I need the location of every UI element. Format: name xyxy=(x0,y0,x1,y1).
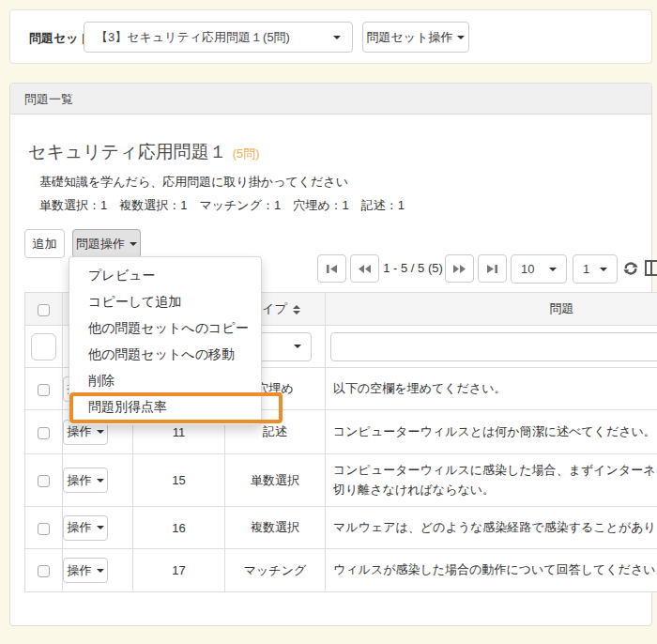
menu-item-delete[interactable]: 削除 xyxy=(69,367,261,393)
page-number-value: 1 xyxy=(583,262,589,276)
refresh-icon[interactable] xyxy=(622,260,639,280)
question-operations-button[interactable]: 問題操作 xyxy=(72,229,141,258)
page-number-select[interactable]: 1 xyxy=(573,254,618,284)
row-question: ウィルスが感染した場合の動作について回答してください。 xyxy=(326,549,657,592)
chevron-down-icon xyxy=(294,345,301,348)
question-set-operations-button[interactable]: 問題セット操作 xyxy=(362,22,469,53)
sort-icon xyxy=(293,305,300,314)
question-count-badge: (5問) xyxy=(233,146,260,161)
menu-item-copy-add[interactable]: コピーして追加 xyxy=(69,288,261,314)
question-set-select[interactable]: 【3】セキュリティ応用問題１(5問) xyxy=(84,22,353,53)
row-id: 16 xyxy=(133,507,225,549)
row-checkbox[interactable] xyxy=(38,523,50,535)
caret-down-icon xyxy=(130,242,137,246)
row-checkbox[interactable] xyxy=(38,565,50,577)
caret-down-icon xyxy=(457,36,465,39)
chevron-down-icon xyxy=(333,36,341,39)
title-text: セキュリティ応用問題１ xyxy=(28,142,227,161)
question-set-operations-label: 問題セット操作 xyxy=(367,29,453,46)
prev-page-icon xyxy=(358,264,372,274)
question-operations-label: 問題操作 xyxy=(76,236,125,253)
table-row: 操作 15 単数選択 コンピューターウィルスに感染した場合、まずインターネットに… xyxy=(25,454,657,507)
column-chooser-icon[interactable] xyxy=(645,260,657,279)
question-filter-input[interactable] xyxy=(330,332,657,361)
row-checkbox[interactable] xyxy=(38,384,50,396)
question-set-bar: 問題セット 【3】セキュリティ応用問題１(5問) 問題セット操作 xyxy=(9,9,652,64)
table-row: 操作 17 マッチング ウィルスが感染した場合の動作について回答してください。 xyxy=(25,549,657,592)
chevron-down-icon xyxy=(549,268,557,271)
question-set-select-value: 【3】セキュリティ応用問題１(5問) xyxy=(96,29,290,46)
row-type: マッチング xyxy=(225,549,326,592)
table-row: 操作 16 複数選択 マルウェアは、どのような感染経路で感染することがありますか… xyxy=(25,507,657,549)
caret-down-icon xyxy=(97,526,104,529)
page-title: セキュリティ応用問題１(5問) xyxy=(28,140,260,164)
page-size-select[interactable]: 10 xyxy=(511,254,567,284)
filter-question-cell xyxy=(326,326,657,368)
next-page-icon xyxy=(452,264,466,274)
row-action-button[interactable]: 操作 xyxy=(63,468,108,493)
row-type: 複数選択 xyxy=(225,507,326,549)
chevron-down-icon xyxy=(600,268,607,271)
question-column-header: 問題 xyxy=(326,293,657,326)
menu-item-score-rate[interactable]: 問題別得点率 xyxy=(69,393,261,420)
filter-checkbox-cell xyxy=(25,326,63,368)
row-action-button[interactable]: 操作 xyxy=(63,515,108,541)
row-question: コンピューターウィルスに感染した場合、まずインターネットに接 切り離さなければな… xyxy=(326,454,657,507)
row-type: 単数選択 xyxy=(225,454,326,507)
caret-down-icon xyxy=(97,479,104,483)
row-question: マルウェアは、どのような感染経路で感染することがありますか？ xyxy=(326,507,657,549)
last-page-button[interactable] xyxy=(478,254,507,283)
question-header-label: 問題 xyxy=(550,301,574,315)
select-all-cell xyxy=(25,293,63,326)
question-set-label: 問題セット xyxy=(29,30,91,47)
caret-down-icon xyxy=(97,569,104,573)
next-page-button[interactable] xyxy=(445,254,474,283)
pager-range-text: 1 - 5 / 5 (5) xyxy=(383,254,443,283)
row-id: 17 xyxy=(133,549,225,592)
filter-clear-box[interactable] xyxy=(31,333,56,360)
menu-item-copy-to-other-set[interactable]: 他の問題セットへのコピー xyxy=(69,314,261,341)
row-checkbox[interactable] xyxy=(38,475,50,487)
last-page-icon xyxy=(486,264,498,274)
first-page-icon xyxy=(326,264,338,274)
type-counts: 単数選択：1 複数選択：1 マッチング：1 穴埋め：1 記述：1 xyxy=(39,197,405,214)
row-checkbox[interactable] xyxy=(38,427,50,439)
select-all-checkbox[interactable] xyxy=(38,304,50,316)
subtitle: 基礎知識を学んだら、応用問題に取り掛かってください xyxy=(39,174,348,191)
menu-item-preview[interactable]: プレビュー xyxy=(69,262,261,288)
row-question: 以下の空欄を埋めてください。 xyxy=(326,368,657,410)
panel-heading: 問題一覧 xyxy=(10,84,651,115)
first-page-button[interactable] xyxy=(317,254,346,283)
row-id: 15 xyxy=(133,454,225,507)
add-button[interactable]: 追加 xyxy=(24,229,65,258)
page-size-value: 10 xyxy=(521,262,534,276)
row-action-button[interactable]: 操作 xyxy=(63,558,108,583)
caret-down-icon xyxy=(97,430,104,434)
prev-page-button[interactable] xyxy=(350,254,379,283)
row-question: コンピューターウィルスとは何か簡潔に述べてください。 xyxy=(326,410,657,454)
question-list-panel: 問題一覧 セキュリティ応用問題１(5問) 基礎知識を学んだら、応用問題に取り掛か… xyxy=(9,83,652,626)
menu-item-move-to-other-set[interactable]: 他の問題セットへの移動 xyxy=(69,341,261,367)
question-operations-menu: プレビュー コピーして追加 他の問題セットへのコピー 他の問題セットへの移動 削… xyxy=(69,256,262,425)
